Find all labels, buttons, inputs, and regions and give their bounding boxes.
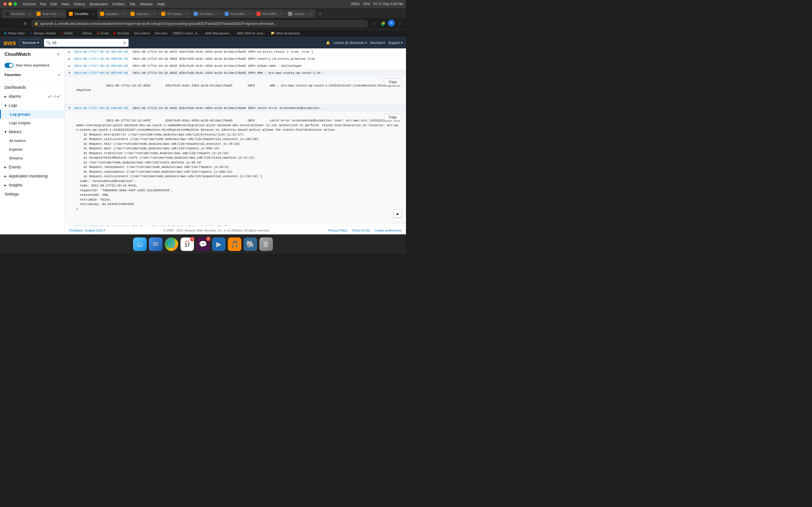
bookmark-hotstar[interactable]: ★ Disney+ Hotstar (28, 31, 58, 36)
bookmark-divo-dev[interactable]: Divo Dev (153, 31, 170, 36)
support-menu[interactable]: Support ▾ (388, 41, 403, 45)
search-input[interactable] (52, 41, 121, 45)
sidebar-item-metrics[interactable]: ▾ Metrics (0, 127, 64, 136)
log-row-header-2[interactable]: ▶ 2021-09-17T17:49:16.500+05:30 2021-09-… (65, 55, 406, 62)
copy-button-4[interactable]: Copy (384, 78, 402, 86)
dock-calendar[interactable]: SEP 17 5 (181, 237, 194, 251)
menu-view[interactable]: View (61, 2, 69, 6)
extensions-icon[interactable]: 🧩 (379, 20, 387, 27)
log-row-6[interactable]: ▶ 2021-09-17T17:49:16.947+05:30 END Requ… (65, 223, 406, 226)
tab-close-icon[interactable]: ✕ (29, 12, 31, 15)
menu-file[interactable]: File (40, 2, 46, 6)
tab-accessde[interactable]: AccessDe... ✕ (222, 10, 254, 18)
notification-icon[interactable]: 🔔 (326, 41, 330, 45)
aws-logo[interactable]: aws (3, 39, 16, 47)
sidebar-close-icon[interactable]: ✕ (57, 52, 60, 57)
log-row-1[interactable]: ▶ 2021-09-17T17:49:16.487+05:30 2021-09-… (65, 48, 406, 55)
sidebar-item-logs[interactable]: ▾ Logs (0, 101, 64, 110)
sidebar-item-explorer[interactable]: Explorer (0, 145, 64, 154)
expand-icon[interactable]: ▶ (67, 50, 71, 54)
dock-vlc[interactable]: 🎵 (228, 237, 241, 251)
log-row-header-4[interactable]: ▼ 2021-09-17T17:49:16.903+05:30 2021-09-… (65, 69, 406, 76)
tab-close-icon[interactable]: ✕ (92, 12, 94, 15)
tab-stepfunc[interactable]: Step Func... ✕ (34, 10, 66, 18)
aws-search-bar[interactable]: 🔍 ✕ (44, 39, 129, 47)
tab-divo-admin[interactable]: Divo Adm... ✕ (191, 10, 222, 18)
expand-icon[interactable]: ▶ (67, 57, 71, 61)
bookmark-aws-mgmt[interactable]: AWS Managment... (203, 31, 234, 36)
region-menu[interactable]: Mumbai ▾ (370, 41, 385, 45)
tab-close-icon[interactable]: ✕ (310, 12, 312, 15)
dock-chrome[interactable]: 🌐 (165, 237, 178, 251)
sidebar-item-settings[interactable]: Settings (0, 189, 64, 199)
sidebar-item-log-groups[interactable]: Log groups (0, 110, 64, 119)
menu-icon[interactable]: ⋮ (396, 20, 404, 27)
new-menu-toggle[interactable] (4, 63, 13, 68)
tab-close-icon[interactable]: ✕ (61, 12, 63, 15)
reload-button[interactable]: ↻ (21, 20, 29, 27)
services-button[interactable]: Services ▾ (19, 39, 42, 46)
log-row-header-6[interactable]: ▶ 2021-09-17T17:49:16.947+05:30 END Requ… (65, 223, 406, 226)
dock-finder[interactable]: 🗂 (133, 237, 147, 251)
log-row-2[interactable]: ▶ 2021-09-17T17:49:16.500+05:30 2021-09-… (65, 55, 406, 62)
terms-link[interactable]: Terms of Use (352, 229, 370, 232)
bookmark-netflix[interactable]: N Netflix (59, 31, 75, 36)
feedback-link[interactable]: Feedback (69, 229, 83, 232)
sidebar-favorites[interactable]: Favorites ▸ (0, 70, 64, 79)
bookmark-gmail[interactable]: M Gmail (94, 31, 111, 36)
back-button[interactable]: ← (2, 20, 10, 27)
tab-howaws[interactable]: How AWS... ✕ (254, 10, 285, 18)
sidebar-item-all-metrics[interactable]: All metrics (0, 136, 64, 145)
bookmark-aws-sdk[interactable]: AWS SDK for Java... (235, 31, 268, 36)
language-selector[interactable]: English (US) ▾ (85, 228, 105, 232)
menu-window[interactable]: Window (140, 2, 153, 6)
search-clear-icon[interactable]: ✕ (123, 41, 126, 45)
bookmark-dmdev[interactable]: DMDEV board - A... (170, 31, 202, 36)
expand-icon[interactable]: ▶ (67, 64, 71, 68)
bookmark-divo-admin[interactable]: Divo Admin (132, 31, 152, 36)
menu-chrome[interactable]: Chrome (22, 2, 36, 6)
sidebar-item-app-monitoring[interactable]: ▸ Application monitoring (0, 172, 64, 180)
tab-migration2[interactable]: migration... ✕ (128, 10, 158, 18)
menu-history[interactable]: History (74, 2, 85, 6)
tab-close-icon[interactable]: ✕ (123, 12, 125, 15)
new-tab-button[interactable]: + (316, 10, 324, 18)
tab-close-icon[interactable]: ✕ (186, 12, 188, 15)
dock-postgresql[interactable]: 🐘 (244, 237, 257, 251)
dock-mail[interactable]: ✉ (149, 237, 162, 251)
tab-close-icon[interactable]: ✕ (217, 12, 219, 15)
tab-migration1[interactable]: migration... ✕ (97, 10, 128, 18)
user-menu[interactable]: roshan @ divomusic ▾ (334, 41, 367, 45)
tab-divoln[interactable]: DivoIn/Div... ✕ (2, 10, 34, 18)
menu-tab[interactable]: Tab (129, 2, 135, 6)
tab-close-icon[interactable]: ✕ (280, 12, 283, 15)
sidebar-item-alarms[interactable]: ▸ Alarms ▲0 ○0 ●0 (0, 92, 64, 101)
scroll-top-button[interactable]: ▲ (394, 210, 402, 217)
copy-button-5[interactable]: Copy (384, 114, 402, 121)
log-row-3[interactable]: ▶ 2021-09-17T17:49:16.903+05:30 2021-09-… (65, 62, 406, 69)
tab-apigateway[interactable]: API Gatew... ✕ (158, 10, 191, 18)
bookmark-youtube[interactable]: ▶ YouTube (111, 31, 132, 36)
sidebar-item-events[interactable]: ▸ Events (0, 163, 64, 172)
address-bar[interactable]: 🔒 ap-south-1.console.aws.amazon.com/clou… (31, 20, 368, 27)
log-row-5[interactable]: ▼ 2021-09-17T17:49:16.946+05:30 2021-09-… (65, 105, 406, 224)
sidebar-item-dashboards[interactable]: Dashboards (0, 83, 64, 92)
dock-slack[interactable]: 💬 5 (196, 237, 210, 251)
bookmark-prime-video[interactable]: ▶ Prime Video (2, 31, 27, 36)
profile-icon[interactable]: R (388, 20, 395, 26)
sidebar-item-streams[interactable]: Streams (0, 154, 64, 163)
maximize-button[interactable] (13, 2, 17, 6)
forward-button[interactable]: → (12, 20, 20, 27)
minimize-button[interactable] (8, 2, 12, 6)
expand-icon[interactable]: ▼ (67, 106, 71, 110)
dock-vscode[interactable]: ▶ (212, 237, 225, 251)
expand-icon[interactable]: ▼ (67, 71, 71, 75)
log-row-header-5[interactable]: ▼ 2021-09-17T17:49:16.946+05:30 2021-09-… (65, 105, 406, 112)
bookmark-github[interactable]: ⚙ GitHub (76, 31, 94, 36)
privacy-link[interactable]: Privacy Policy (328, 229, 347, 232)
menu-bookmarks[interactable]: Bookmarks (90, 2, 108, 6)
close-button[interactable] (3, 2, 7, 6)
log-row-header-3[interactable]: ▶ 2021-09-17T17:49:16.903+05:30 2021-09-… (65, 62, 406, 69)
cookies-link[interactable]: Cookie preferences (375, 229, 402, 232)
tab-close-icon[interactable]: ✕ (249, 12, 251, 15)
